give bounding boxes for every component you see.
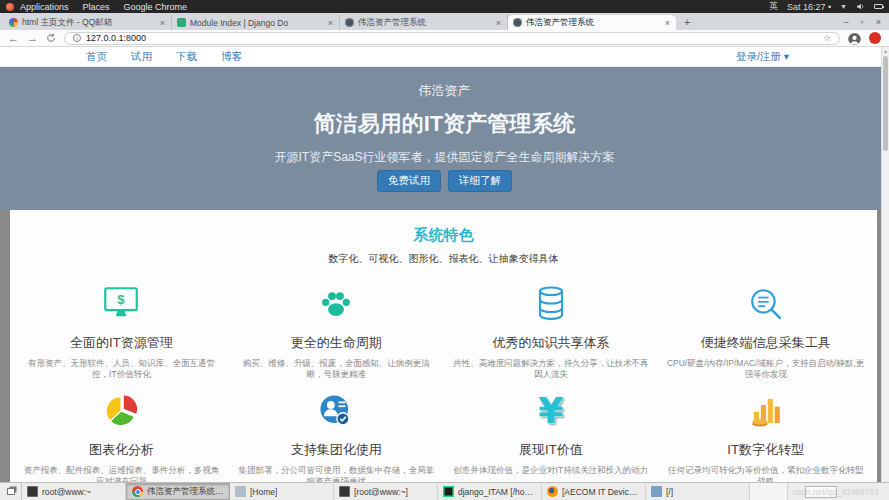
taskbar-item-chrome[interactable]: 伟浩资产管理系统 - Google Ch... (126, 483, 230, 500)
features-subheading: 数字化、可视化、图形化、报表化、让抽象变得具体 (10, 252, 877, 266)
taskbar-label: [AECOM IT Device Manager T... (562, 487, 640, 497)
feature-desc: 购买、维修、升级、报废，全面感知、让病例更清晰，号脉更精准 (235, 358, 438, 381)
pie-chart-icon (20, 389, 223, 433)
tab-close-icon[interactable]: × (327, 18, 334, 28)
feature-it-value: ¥ 展现IT价值 创造并体现价值，是企业对IT持续关注和投入的动力 (444, 381, 659, 482)
scrollbar-thumb[interactable] (883, 56, 888, 151)
feature-title: 更全的生命周期 (235, 334, 438, 352)
learn-more-button[interactable]: 详细了解 (448, 170, 512, 192)
taskbar-item-terminal-2[interactable]: [root@www:~] (334, 483, 438, 500)
bookmark-star-icon[interactable]: ☆ (823, 33, 831, 43)
paw-icon (235, 282, 438, 326)
profile-avatar-icon[interactable] (848, 32, 861, 45)
tab-title: 伟浩资产管理系统 (358, 17, 491, 29)
feature-it-resources: $ 全面的IT资源管理 有形资产、无形软件、人员、知识库、全面互通管控，IT价值… (14, 266, 229, 381)
browser-tab-bar: html 主页文件 - QQ邮箱 × Module Index | Django… (0, 13, 889, 30)
hero-brand: 伟浩资产 (0, 67, 889, 100)
feature-lifecycle: 更全的生命周期 购买、维修、升级、报废，全面感知、让病例更清晰，号脉更精准 (229, 266, 444, 381)
desktop-taskbar: root@www:~ 伟浩资产管理系统 - Google Ch... [Home… (0, 482, 889, 500)
gold-bars-icon (664, 389, 867, 433)
pycharm-icon (443, 486, 454, 497)
tab-title: html 主页文件 - QQ邮箱 (22, 17, 155, 29)
taskbar-item-pycharm[interactable]: django_ITAM [/home/www/dj... (438, 483, 542, 500)
drive-icon (651, 486, 662, 497)
taskbar-item-terminal-1[interactable]: root@www:~ (22, 483, 126, 500)
system-top-bar: Applications Places Google Chrome 英 Sat … (0, 0, 889, 13)
taskbar-label: [Home] (250, 487, 277, 497)
tab-close-icon[interactable]: × (495, 18, 502, 28)
forward-button[interactable]: → (27, 33, 38, 44)
django-favicon-icon (177, 18, 186, 27)
tab-close-icon[interactable]: × (159, 18, 166, 28)
feature-desc: CPU/硬盘/内存/IP/MAC/域账户，支持自启动/静默,更强等你发现 (664, 358, 867, 381)
site-navbar: 首页 试用 下载 博客 登录/注册 ▾ (0, 47, 889, 67)
feature-desc: 任何记录均可转化为等价价值，紧扣企业数字化转型战略 (664, 465, 867, 482)
nav-link-download[interactable]: 下载 (176, 50, 197, 64)
nav-link-trial[interactable]: 试用 (131, 50, 152, 64)
feature-knowledge: 优秀的知识共享体系 共性、高难度问题解决方案，持久分享，让技术不再因人流失 (444, 266, 659, 381)
feature-title: 全面的IT资源管理 (20, 334, 223, 352)
reload-button[interactable] (46, 33, 56, 43)
feature-terminal-collect: 便捷终端信息采集工具 CPU/硬盘/内存/IP/MAC/域账户，支持自启动/静默… (658, 266, 873, 381)
feature-desc: 共性、高难度问题解决方案，持久分享，让技术不再因人流失 (450, 358, 653, 381)
url-text: 127.0.0.1:8000 (86, 33, 146, 43)
menu-places[interactable]: Places (83, 2, 110, 12)
search-list-icon (664, 282, 867, 326)
tab-close-icon[interactable]: × (664, 18, 671, 28)
taskbar-item-home[interactable]: [Home] (230, 483, 334, 500)
window-maximize-button[interactable]: ▫ (861, 17, 864, 27)
globe-favicon-icon (345, 18, 354, 27)
user-check-icon (235, 389, 438, 433)
taskbar-empty-slot[interactable] (750, 483, 788, 500)
window-list-button[interactable] (0, 483, 22, 500)
scroll-up-icon[interactable]: ▲ (882, 47, 889, 55)
terminal-icon (339, 486, 350, 497)
taskbar-label: 伟浩资产管理系统 - Google Ch... (147, 486, 224, 498)
page-info-icon[interactable]: i (73, 34, 81, 42)
taskbar-label: django_ITAM [/home/www/dj... (458, 487, 536, 497)
chrome-red-status-icon[interactable] (869, 32, 881, 44)
taskbar-label: [root@www:~] (354, 487, 408, 497)
menu-google-chrome[interactable]: Google Chrome (124, 2, 188, 12)
hero-section: 伟浩资产 简洁易用的IT资产管理系统 开源IT资产SaaS行业领军者，提供固定资… (0, 67, 889, 210)
login-register-dropdown[interactable]: 登录/注册 ▾ (736, 50, 789, 64)
feature-digital-transform: IT数字化转型 任何记录均可转化为等价价值，紧扣企业数字化转型战略 (658, 381, 873, 482)
taskbar-item-firefox[interactable]: [AECOM IT Device Manager T... (542, 483, 646, 500)
taskbar-item-root-fs[interactable]: [/] (646, 483, 750, 500)
svg-text:$: $ (118, 292, 126, 307)
tab-asset-system-active[interactable]: 伟浩资产管理系统 × (508, 15, 676, 30)
yuan-symbol-icon: ¥ (450, 389, 653, 433)
page-scrollbar[interactable]: ▲ (881, 47, 889, 482)
feature-title: 图表化分析 (20, 441, 223, 459)
battery-icon[interactable] (874, 4, 883, 9)
tab-qq-mail[interactable]: html 主页文件 - QQ邮箱 × (4, 15, 172, 30)
feature-desc: 集团部署，分公司皆可使用，数据集中存储，全局掌控资产更强更优 (235, 465, 438, 482)
terminal-icon (27, 486, 38, 497)
address-bar-input[interactable]: i 127.0.0.1:8000 ☆ (64, 32, 840, 45)
window-minimize-button[interactable]: – (844, 17, 849, 27)
feature-title: IT数字化转型 (664, 441, 867, 459)
hero-title: 简洁易用的IT资产管理系统 (0, 109, 889, 139)
feature-desc: 资产报表、配件报表、运维报表、事件分析，多视角应对潜在问题 (20, 465, 223, 482)
globe-favicon-icon (513, 18, 522, 27)
qqmail-favicon-icon (9, 18, 18, 27)
tab-django-docs[interactable]: Module Index | Django Do × (172, 15, 340, 30)
features-section: 系统特色 数字化、可视化、图形化、报表化、让抽象变得具体 $ 全面的IT资源管理… (10, 210, 877, 482)
clock[interactable]: Sat 16:27 • (787, 2, 831, 12)
input-method-indicator[interactable]: 英 (769, 0, 778, 13)
menu-applications[interactable]: Applications (20, 2, 69, 12)
window-close-button[interactable]: × (876, 17, 881, 27)
nav-link-home[interactable]: 首页 (86, 50, 107, 64)
database-icon (450, 282, 653, 326)
feature-desc: 有形资产、无形软件、人员、知识库、全面互通管控，IT价值转化 (20, 358, 223, 381)
volume-icon[interactable] (856, 2, 865, 11)
feature-title: 便捷终端信息采集工具 (664, 334, 867, 352)
new-tab-button[interactable]: + (676, 16, 698, 30)
network-icon[interactable]: ▼ (840, 3, 847, 10)
tab-asset-system-1[interactable]: 伟浩资产管理系统 × (340, 15, 508, 30)
features-row-1: $ 全面的IT资源管理 有形资产、无形软件、人员、知识库、全面互通管控，IT价值… (10, 266, 877, 381)
back-button[interactable]: ← (8, 33, 19, 44)
free-trial-button[interactable]: 免费试用 (377, 170, 441, 192)
folder-icon (235, 486, 246, 497)
nav-link-blog[interactable]: 博客 (221, 50, 242, 64)
